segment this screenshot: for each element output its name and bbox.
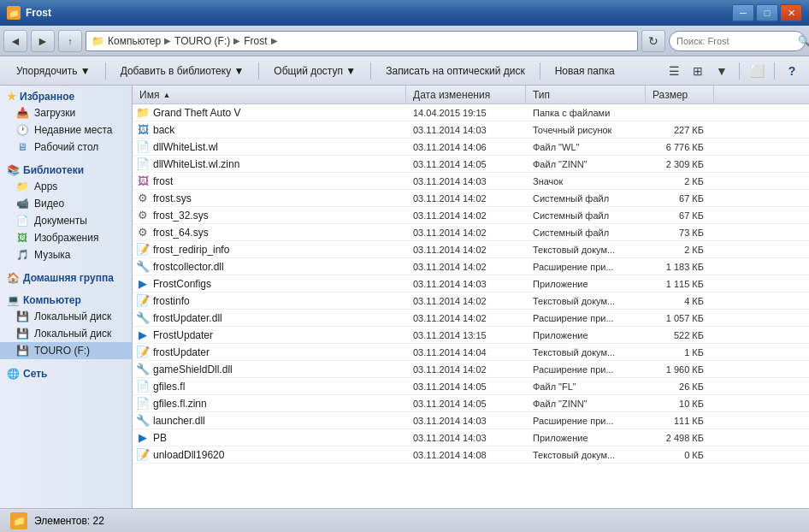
sidebar-item-apps[interactable]: 📁 Apps xyxy=(0,178,132,195)
table-row[interactable]: 🔧 frostcollector.dll 03.11.2014 14:02 Ра… xyxy=(133,258,809,275)
sidebar-item-images[interactable]: 🖼 Изображения xyxy=(0,229,132,246)
view-toggle-button[interactable]: ⊞ xyxy=(688,61,708,81)
file-size-cell: 10 КБ xyxy=(646,399,714,409)
file-type-cell: Системный файл xyxy=(526,210,646,221)
table-row[interactable]: ⚙ frost_32.sys 03.11.2014 14:02 Системны… xyxy=(133,207,809,224)
up-button[interactable]: ↑ xyxy=(58,30,82,52)
sidebar-item-images-label: Изображения xyxy=(34,232,98,244)
table-row[interactable]: ▶ PB 03.11.2014 14:03 Приложение 2 498 К… xyxy=(133,429,809,446)
favorites-header[interactable]: ★ Избранное xyxy=(0,89,132,104)
col-date-header[interactable]: Дата изменения xyxy=(406,86,526,103)
col-name-header[interactable]: Имя ▲ xyxy=(133,86,406,103)
sidebar-item-music[interactable]: 🎵 Музыка xyxy=(0,246,132,263)
file-size-cell: 1 КБ xyxy=(646,347,714,358)
new-folder-button[interactable]: Новая папка xyxy=(546,60,624,82)
sidebar-item-downloads[interactable]: 📥 Загрузки xyxy=(0,104,132,121)
sidebar-item-local1[interactable]: 💾 Локальный диск xyxy=(0,308,132,325)
share-button[interactable]: Общий доступ ▼ xyxy=(264,60,365,82)
sidebar-item-desktop[interactable]: 🖥 Рабочий стол xyxy=(0,139,132,156)
file-name: frostUpdater xyxy=(153,346,210,358)
preview-pane-button[interactable]: ⬜ xyxy=(747,61,767,81)
help-button[interactable]: ? xyxy=(782,61,802,81)
sidebar-item-recent[interactable]: 🕐 Недавние места xyxy=(0,121,132,139)
file-name: frostcollector.dll xyxy=(153,261,224,273)
table-row[interactable]: 📄 gfiles.fl 03.11.2014 14:05 Файл "FL" 2… xyxy=(133,378,809,395)
sidebar-item-music-label: Музыка xyxy=(34,249,70,261)
table-row[interactable]: ⚙ frost_64.sys 03.11.2014 14:02 Системны… xyxy=(133,224,809,241)
status-bar: 📁 Элементов: 22 xyxy=(0,508,809,532)
table-row[interactable]: 🔧 gameShieldDll.dll 03.11.2014 14:02 Рас… xyxy=(133,361,809,378)
favorites-section: ★ Избранное 📥 Загрузки 🕐 Недавние места … xyxy=(0,89,132,156)
sidebar-item-touro[interactable]: 💾 TOURO (F:) xyxy=(0,342,132,359)
table-row[interactable]: 📄 gfiles.fl.zinn 03.11.2014 14:05 Файл "… xyxy=(133,395,809,412)
minimize-button[interactable]: ─ xyxy=(732,4,754,21)
maximize-button[interactable]: □ xyxy=(756,4,778,21)
file-date-cell: 03.11.2014 14:03 xyxy=(406,416,526,426)
file-size-cell: 111 КБ xyxy=(646,416,714,426)
view-change-button[interactable]: ▼ xyxy=(712,61,732,81)
table-row[interactable]: ▶ FrostUpdater 03.11.2014 13:15 Приложен… xyxy=(133,327,809,344)
table-row[interactable]: 📄 dllWhiteList.wl 03.11.2014 14:06 Файл … xyxy=(133,139,809,156)
table-row[interactable]: 📄 dllWhiteList.wl.zinn 03.11.2014 14:05 … xyxy=(133,156,809,173)
table-row[interactable]: ▶ FrostConfigs 03.11.2014 14:03 Приложен… xyxy=(133,275,809,293)
col-type-header[interactable]: Тип xyxy=(526,86,646,103)
file-type-cell: Приложение xyxy=(526,433,646,443)
table-row[interactable]: 📝 frostinfo 03.11.2014 14:02 Текстовый д… xyxy=(133,293,809,310)
network-header[interactable]: 🌐 Сеть xyxy=(0,366,132,381)
table-row[interactable]: 📝 frost_redirip_info 03.11.2014 14:02 Те… xyxy=(133,241,809,258)
back-button[interactable]: ◄ xyxy=(3,30,27,52)
computer-header[interactable]: 💻 Компьютер xyxy=(0,293,132,308)
file-icon: 🔧 xyxy=(136,414,150,428)
search-input[interactable] xyxy=(676,36,794,46)
network-label: Сеть xyxy=(23,368,47,380)
table-row[interactable]: 🔧 launcher.dll 03.11.2014 14:03 Расширен… xyxy=(133,412,809,429)
table-row[interactable]: ⚙ frost.sys 03.11.2014 14:02 Системный ф… xyxy=(133,190,809,207)
close-button[interactable]: ✕ xyxy=(780,4,802,21)
col-size-header[interactable]: Размер xyxy=(646,86,714,103)
file-size-cell: 2 498 КБ xyxy=(646,433,714,443)
file-type-cell: Приложение xyxy=(526,279,646,289)
file-date-cell: 03.11.2014 14:03 xyxy=(406,176,526,186)
table-row[interactable]: 🖼 frost 03.11.2014 14:03 Значок 2 КБ xyxy=(133,173,809,190)
window-title: Frost xyxy=(26,7,51,19)
homegroup-header[interactable]: 🏠 Домашняя группа xyxy=(0,270,132,286)
forward-button[interactable]: ► xyxy=(31,30,55,52)
sidebar-item-video[interactable]: 📹 Видео xyxy=(0,195,132,212)
sidebar-item-local1-label: Локальный диск xyxy=(34,310,111,322)
file-name: back xyxy=(153,124,174,136)
libraries-header[interactable]: 📚 Библиотеки xyxy=(0,163,132,178)
file-type-cell: Системный файл xyxy=(526,193,646,204)
file-name: frost.sys xyxy=(153,192,192,204)
table-row[interactable]: 📝 frostUpdater 03.11.2014 14:04 Текстовы… xyxy=(133,344,809,361)
table-row[interactable]: 🖼 back 03.11.2014 14:03 Точечный рисунок… xyxy=(133,121,809,139)
table-row[interactable]: 🔧 frostUpdater.dll 03.11.2014 14:02 Расш… xyxy=(133,310,809,327)
file-size-cell: 73 КБ xyxy=(646,228,714,238)
sidebar-item-docs[interactable]: 📄 Документы xyxy=(0,212,132,229)
search-box: 🔍 xyxy=(669,31,806,51)
file-size-cell: 6 776 КБ xyxy=(646,142,714,152)
file-name-cell: ⚙ frost_32.sys xyxy=(133,209,406,222)
desktop-icon: 🖥 xyxy=(15,140,29,154)
file-date-cell: 03.11.2014 14:02 xyxy=(406,245,526,255)
col-date-label: Дата изменения xyxy=(413,89,490,101)
file-name-cell: 📄 gfiles.fl.zinn xyxy=(133,397,406,411)
file-icon: ▶ xyxy=(136,328,150,342)
add-to-library-button[interactable]: Добавить в библиотеку ▼ xyxy=(111,60,254,82)
file-icon: 📝 xyxy=(136,346,150,359)
refresh-button[interactable]: ↻ xyxy=(641,30,665,52)
touro-icon: 💾 xyxy=(15,344,29,358)
file-date-cell: 03.11.2014 14:05 xyxy=(406,159,526,169)
file-size-cell: 1 960 КБ xyxy=(646,364,714,375)
file-icon: 🔧 xyxy=(136,363,150,376)
file-name-cell: 🖼 back xyxy=(133,123,406,137)
sidebar-item-local2[interactable]: 💾 Локальный диск xyxy=(0,325,132,342)
view-details-button[interactable]: ☰ xyxy=(664,61,684,81)
organize-button[interactable]: Упорядочить ▼ xyxy=(7,60,100,82)
homegroup-icon: 🏠 xyxy=(7,272,20,284)
burn-button[interactable]: Записать на оптический диск xyxy=(376,60,534,82)
address-path[interactable]: 📁 Компьютер ▶ TOURO (F:) ▶ Frost ▶ xyxy=(86,31,638,51)
table-row[interactable]: 📁 Grand Theft Auto V 14.04.2015 19:15 Па… xyxy=(133,104,809,121)
table-row[interactable]: 📝 unloadDll19620 03.11.2014 14:08 Тексто… xyxy=(133,446,809,464)
file-type-cell: Расширение при... xyxy=(526,313,646,323)
toolbar-sep-6 xyxy=(774,62,775,80)
